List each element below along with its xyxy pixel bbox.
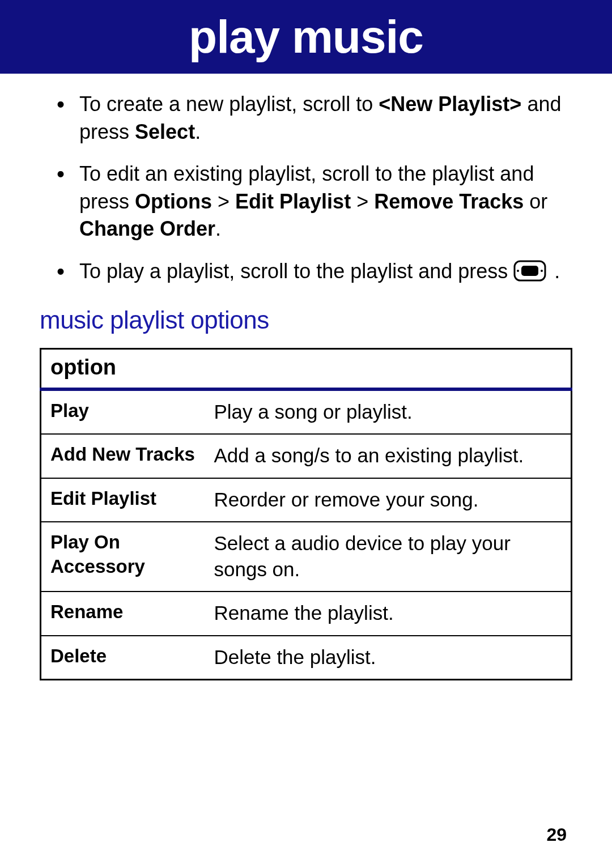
- text: .: [195, 120, 201, 143]
- option-desc: Play a song or playlist.: [205, 389, 572, 435]
- table-row: Rename Rename the playlist.: [41, 592, 572, 636]
- option-desc: Reorder or remove your song.: [205, 478, 572, 522]
- table-row: Edit Playlist Reorder or remove your son…: [41, 478, 572, 522]
- ui-label: Select: [135, 120, 195, 143]
- page-title: play music: [189, 10, 423, 63]
- ui-label: <New Playlist>: [379, 92, 521, 116]
- text: .: [215, 217, 221, 240]
- option-desc: Add a song/s to an existing playlist.: [205, 434, 572, 478]
- table-row: Play On Accessory Select a audio device …: [41, 522, 572, 592]
- text: To create a new playlist, scroll to: [79, 92, 379, 116]
- svg-rect-1: [521, 266, 538, 276]
- table-row: Delete Delete the playlist.: [41, 636, 572, 680]
- option-name: Rename: [41, 592, 205, 636]
- table-header-row: option: [41, 348, 572, 389]
- instruction-item: To play a playlist, scroll to the playli…: [40, 258, 572, 289]
- ui-label: Remove Tracks: [374, 190, 524, 213]
- option-desc: Rename the playlist.: [205, 592, 572, 636]
- option-name: Add New Tracks: [41, 434, 205, 478]
- options-table: option Play Play a song or playlist. Add…: [40, 348, 572, 681]
- text: >: [212, 190, 235, 213]
- section-heading: music playlist options: [40, 306, 572, 334]
- svg-point-3: [541, 270, 543, 272]
- table-row: Play Play a song or playlist.: [41, 389, 572, 435]
- text: To play a playlist, scroll to the playli…: [79, 259, 513, 283]
- option-name: Edit Playlist: [41, 478, 205, 522]
- instruction-item: To edit an existing playlist, scroll to …: [40, 160, 572, 243]
- page-header-band: play music: [0, 0, 612, 74]
- page-number: 29: [546, 824, 567, 845]
- page-content: To create a new playlist, scroll to <New…: [0, 74, 612, 680]
- text: >: [351, 190, 374, 213]
- ui-label: Options: [135, 190, 212, 213]
- instruction-list: To create a new playlist, scroll to <New…: [40, 91, 572, 289]
- option-name: Play On Accessory: [41, 522, 205, 592]
- option-desc: Select a audio device to play your songs…: [205, 522, 572, 592]
- select-key-icon: [513, 260, 546, 289]
- option-name: Play: [41, 389, 205, 435]
- text: .: [549, 259, 560, 283]
- option-name: Delete: [41, 636, 205, 680]
- svg-point-2: [517, 270, 519, 272]
- ui-label: Change Order: [79, 217, 215, 240]
- text: or: [524, 190, 547, 213]
- option-desc: Delete the playlist.: [205, 636, 572, 680]
- table-row: Add New Tracks Add a song/s to an existi…: [41, 434, 572, 478]
- table-header-cell: option: [41, 348, 572, 389]
- ui-label: Edit Playlist: [235, 190, 351, 213]
- instruction-item: To create a new playlist, scroll to <New…: [40, 91, 572, 146]
